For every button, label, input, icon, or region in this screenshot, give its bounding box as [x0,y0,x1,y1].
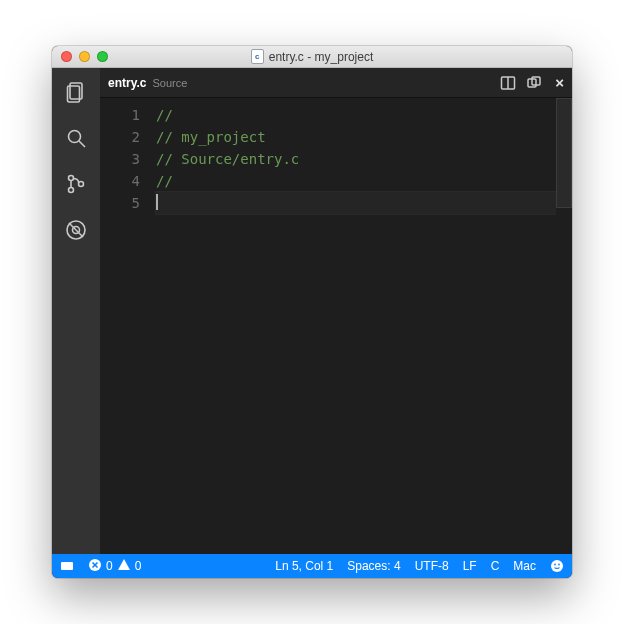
status-feedback-icon[interactable] [550,559,564,573]
svg-point-19 [558,564,560,566]
split-editor-icon[interactable] [499,74,517,92]
tab-entry-c[interactable]: entry.c Source [108,76,187,90]
close-tab-icon[interactable]: × [555,74,564,91]
svg-point-5 [69,188,74,193]
close-window-button[interactable] [61,51,72,62]
svg-point-2 [69,131,81,143]
warning-icon [117,558,131,575]
status-bar: 0 0 Ln 5, Col 1 Spaces: 4 UTF-8 LF C Mac [52,554,572,578]
warning-count: 0 [135,559,142,573]
code-line: // [156,173,173,189]
explorer-icon[interactable] [62,78,90,106]
source-control-icon[interactable] [62,170,90,198]
traffic-lights [52,51,108,62]
line-number: 3 [100,148,140,170]
text-cursor [156,194,158,210]
error-count: 0 [106,559,113,573]
code-line: // [156,107,173,123]
code-editor[interactable]: 1 2 3 4 5 // // my_project // Source/ent… [100,98,572,554]
svg-line-3 [79,141,85,147]
editor-area: entry.c Source × 1 2 3 4 5 [100,68,572,554]
more-actions-icon[interactable] [525,74,543,92]
svg-rect-13 [61,562,73,570]
line-number: 4 [100,170,140,192]
tab-bar: entry.c Source × [100,68,572,98]
status-cursor-position[interactable]: Ln 5, Col 1 [275,559,333,573]
minimap-viewport[interactable] [556,98,572,208]
zoom-window-button[interactable] [97,51,108,62]
status-language[interactable]: C [491,559,500,573]
line-number: 1 [100,104,140,126]
code-content[interactable]: // // my_project // Source/entry.c // [154,98,556,554]
error-icon [88,558,102,575]
window-title: c entry.c - my_project [52,49,572,64]
app-window: c entry.c - my_project entry.c Source [52,46,572,578]
status-encoding[interactable]: UTF-8 [415,559,449,573]
line-gutter: 1 2 3 4 5 [100,98,154,554]
workbench-body: entry.c Source × 1 2 3 4 5 [52,68,572,554]
debug-icon[interactable] [62,216,90,244]
window-title-text: entry.c - my_project [269,50,373,64]
tab-filename: entry.c [108,76,146,90]
activity-bar [52,68,100,554]
status-remote-icon[interactable] [60,559,74,573]
code-line: // my_project [156,129,266,145]
line-number: 5 [100,192,140,214]
code-line: // Source/entry.c [156,151,299,167]
tab-folder: Source [152,77,187,89]
status-indentation[interactable]: Spaces: 4 [347,559,400,573]
search-icon[interactable] [62,124,90,152]
status-eol[interactable]: LF [463,559,477,573]
status-problems[interactable]: 0 0 [88,558,141,575]
svg-point-4 [69,176,74,181]
svg-point-18 [554,564,556,566]
minimize-window-button[interactable] [79,51,90,62]
c-file-icon: c [251,49,264,64]
line-number: 2 [100,126,140,148]
status-os[interactable]: Mac [513,559,536,573]
minimap[interactable] [556,98,572,554]
svg-point-17 [551,560,563,572]
titlebar: c entry.c - my_project [52,46,572,68]
